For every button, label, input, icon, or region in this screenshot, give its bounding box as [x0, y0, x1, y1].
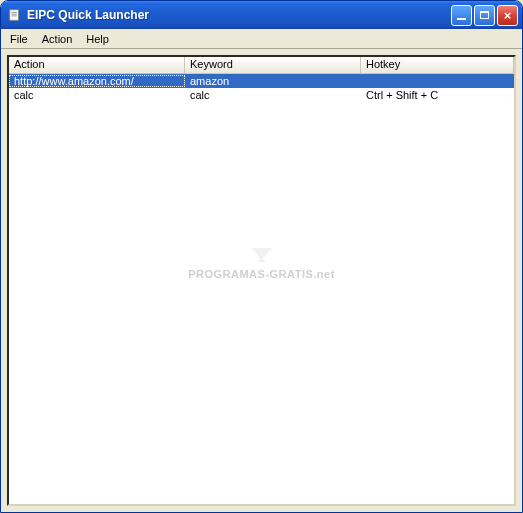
maximize-button[interactable] [474, 5, 495, 26]
cell-action: http://www.amazon.com/ [9, 75, 185, 87]
watermark: PROGRAMAS-GRATIS.net [188, 246, 335, 280]
svg-rect-0 [10, 10, 19, 21]
column-header-hotkey[interactable]: Hotkey [361, 57, 514, 73]
cell-hotkey: Ctrl + Shift + C [361, 89, 514, 101]
cell-keyword: amazon [185, 75, 361, 87]
listview-body: http://www.amazon.com/ amazon calc calc … [9, 74, 514, 504]
cell-keyword: calc [185, 89, 361, 101]
window-title: EIPC Quick Launcher [27, 8, 451, 22]
watermark-text: PROGRAMAS-GRATIS.net [188, 268, 335, 280]
action-listview[interactable]: Action Keyword Hotkey http://www.amazon.… [7, 55, 516, 506]
column-header-keyword[interactable]: Keyword [185, 57, 361, 73]
close-button[interactable]: × [497, 5, 518, 26]
menu-file[interactable]: File [3, 31, 35, 47]
menu-action[interactable]: Action [35, 31, 80, 47]
menubar: File Action Help [1, 29, 522, 49]
column-header-action[interactable]: Action [9, 57, 185, 73]
menu-help[interactable]: Help [79, 31, 116, 47]
window-controls: × [451, 5, 518, 26]
app-icon [7, 7, 23, 23]
minimize-button[interactable] [451, 5, 472, 26]
main-window: EIPC Quick Launcher × File Action Help A… [0, 0, 523, 513]
listview-header: Action Keyword Hotkey [9, 57, 514, 74]
titlebar[interactable]: EIPC Quick Launcher × [1, 1, 522, 29]
cell-action: calc [9, 89, 185, 101]
table-row[interactable]: calc calc Ctrl + Shift + C [9, 88, 514, 102]
client-area: Action Keyword Hotkey http://www.amazon.… [1, 49, 522, 512]
table-row[interactable]: http://www.amazon.com/ amazon [9, 74, 514, 88]
